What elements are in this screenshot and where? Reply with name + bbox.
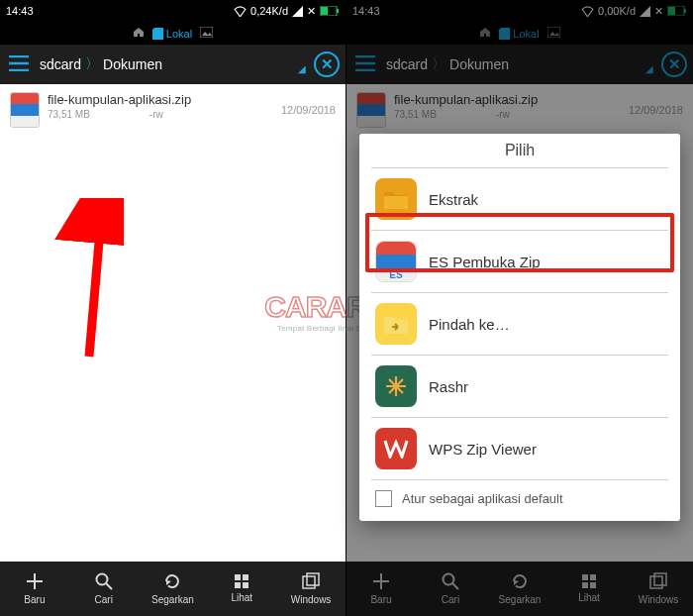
nav-new[interactable]: Baru bbox=[346, 562, 416, 616]
checkbox[interactable] bbox=[375, 490, 392, 507]
breadcrumb-root[interactable]: sdcard bbox=[386, 56, 428, 72]
breadcrumb-current[interactable]: Dokumen bbox=[449, 56, 509, 72]
breadcrumb-current[interactable]: Dokumen bbox=[103, 56, 162, 72]
folder-icon bbox=[375, 178, 417, 220]
nav-view[interactable]: Lihat bbox=[554, 562, 624, 616]
option-pindah[interactable]: Pindah ke… bbox=[359, 293, 680, 355]
file-row[interactable]: file-kumpulan-aplikasi.zip 73,51 MB -rw … bbox=[346, 84, 693, 136]
nav-label: Segarkan bbox=[499, 594, 542, 605]
window-tab-bar: Lokal bbox=[346, 22, 693, 45]
chevron-right-icon: 〉 bbox=[85, 55, 99, 73]
menu-icon[interactable] bbox=[352, 51, 378, 77]
nav-windows[interactable]: Windows bbox=[624, 562, 693, 616]
tab-lokal[interactable]: Lokal bbox=[152, 28, 192, 40]
breadcrumb[interactable]: sdcard 〉 Dokumen ◢ bbox=[382, 55, 657, 73]
es-zip-icon: ES bbox=[375, 241, 417, 282]
grid-icon bbox=[235, 574, 248, 588]
home-icon[interactable] bbox=[479, 27, 491, 40]
status-time: 14:43 bbox=[6, 5, 34, 17]
app-toolbar: sdcard 〉 Dokumen ◢ ✕ bbox=[346, 45, 693, 84]
option-ekstrak[interactable]: Ekstrak bbox=[359, 168, 680, 230]
nav-label: Lihat bbox=[231, 592, 252, 603]
svg-point-13 bbox=[444, 574, 454, 585]
dropdown-triangle-icon[interactable]: ◢ bbox=[298, 63, 306, 74]
option-rashr[interactable]: Rashr bbox=[359, 356, 680, 417]
file-list: file-kumpulan-aplikasi.zip 73,51 MB -rw … bbox=[0, 84, 346, 562]
option-label: Rashr bbox=[429, 378, 468, 395]
nav-new[interactable]: Baru bbox=[0, 562, 69, 616]
menu-icon[interactable] bbox=[6, 51, 32, 77]
file-date: 12/09/2018 bbox=[281, 104, 336, 116]
sdcard-icon bbox=[499, 28, 510, 40]
svg-line-14 bbox=[452, 583, 458, 589]
sdcard-icon bbox=[152, 28, 163, 40]
picture-icon[interactable] bbox=[200, 27, 213, 40]
signal-icon bbox=[640, 6, 650, 17]
option-label: WPS Zip Viewer bbox=[429, 441, 537, 458]
signal-icon bbox=[292, 6, 303, 17]
annotation-arrow bbox=[54, 198, 124, 366]
nav-search[interactable]: Cari bbox=[69, 562, 139, 616]
nav-label: Segarkan bbox=[151, 594, 194, 605]
tab-label: Lokal bbox=[513, 28, 539, 40]
dropdown-triangle-icon[interactable]: ◢ bbox=[645, 63, 653, 74]
nav-label: Baru bbox=[24, 594, 45, 605]
nav-label: Cari bbox=[442, 594, 459, 605]
nav-refresh[interactable]: Segarkan bbox=[485, 562, 554, 616]
svg-line-6 bbox=[106, 583, 112, 589]
status-bar: 14:43 0,00K/d ✕ bbox=[346, 0, 693, 22]
file-permissions: -rw bbox=[149, 109, 163, 120]
close-button[interactable]: ✕ bbox=[314, 51, 340, 77]
screenshot-left: 14:43 0,24K/d ✕ Lokal sdcard 〉 bbox=[0, 0, 346, 616]
home-icon[interactable] bbox=[133, 27, 145, 40]
svg-rect-15 bbox=[650, 576, 662, 588]
option-wps[interactable]: WPS Zip Viewer bbox=[359, 418, 680, 479]
svg-rect-10 bbox=[668, 7, 675, 15]
plus-icon: ✕ bbox=[307, 5, 316, 18]
file-row[interactable]: file-kumpulan-aplikasi.zip 73,51 MB -rw … bbox=[0, 84, 346, 136]
move-icon bbox=[375, 303, 417, 345]
nav-label: Cari bbox=[95, 594, 113, 605]
nav-search[interactable]: Cari bbox=[416, 562, 485, 616]
status-speed: 0,00K/d bbox=[598, 5, 636, 17]
option-label: Ekstrak bbox=[429, 191, 478, 208]
battery-icon bbox=[320, 6, 340, 16]
zip-file-icon bbox=[10, 92, 40, 128]
app-toolbar: sdcard 〉 Dokumen ◢ ✕ bbox=[0, 45, 346, 84]
bottom-nav: Baru Cari Segarkan Lihat Windows bbox=[0, 562, 346, 616]
status-bar: 14:43 0,24K/d ✕ bbox=[0, 0, 346, 22]
bottom-nav: Baru Cari Segarkan Lihat Windows bbox=[346, 562, 693, 616]
svg-rect-11 bbox=[684, 9, 686, 13]
close-button[interactable]: ✕ bbox=[661, 51, 687, 77]
zip-file-icon bbox=[356, 92, 386, 128]
chevron-right-icon: 〉 bbox=[432, 55, 446, 73]
svg-point-5 bbox=[96, 574, 107, 585]
option-label: ES Pembuka Zip bbox=[429, 254, 541, 270]
file-name: file-kumpulan-aplikasi.zip bbox=[394, 92, 621, 107]
svg-rect-1 bbox=[321, 7, 328, 15]
window-tab-bar: Lokal bbox=[0, 22, 346, 45]
status-speed: 0,24K/d bbox=[250, 5, 288, 17]
plus-icon: ✕ bbox=[654, 5, 663, 18]
tab-label: Lokal bbox=[166, 28, 192, 40]
nav-label: Lihat bbox=[578, 592, 600, 603]
breadcrumb[interactable]: sdcard 〉 Dokumen ◢ bbox=[36, 55, 310, 73]
nav-label: Windows bbox=[291, 594, 332, 605]
option-es-zip[interactable]: ES ES Pembuka Zip bbox=[359, 231, 680, 292]
screenshot-right: 14:43 0,00K/d ✕ Lokal sdcard 〉 bbox=[346, 0, 693, 616]
nav-refresh[interactable]: Segarkan bbox=[139, 562, 208, 616]
option-label: Pindah ke… bbox=[429, 316, 510, 333]
wps-icon bbox=[375, 428, 417, 469]
nav-label: Windows bbox=[639, 594, 679, 605]
set-default-label: Atur sebagai aplikasi default bbox=[402, 491, 563, 506]
nav-label: Baru bbox=[370, 594, 391, 605]
open-with-dialog: Pilih Ekstrak ES ES Pembuka Zip bbox=[359, 134, 680, 521]
wifi-icon bbox=[581, 6, 594, 17]
nav-view[interactable]: Lihat bbox=[207, 562, 276, 616]
nav-windows[interactable]: Windows bbox=[276, 562, 346, 616]
picture-icon[interactable] bbox=[547, 27, 560, 40]
tab-lokal[interactable]: Lokal bbox=[499, 28, 539, 40]
file-size: 73,51 MB bbox=[48, 109, 90, 120]
breadcrumb-root[interactable]: sdcard bbox=[40, 56, 81, 72]
set-default-row[interactable]: Atur sebagai aplikasi default bbox=[359, 480, 680, 519]
